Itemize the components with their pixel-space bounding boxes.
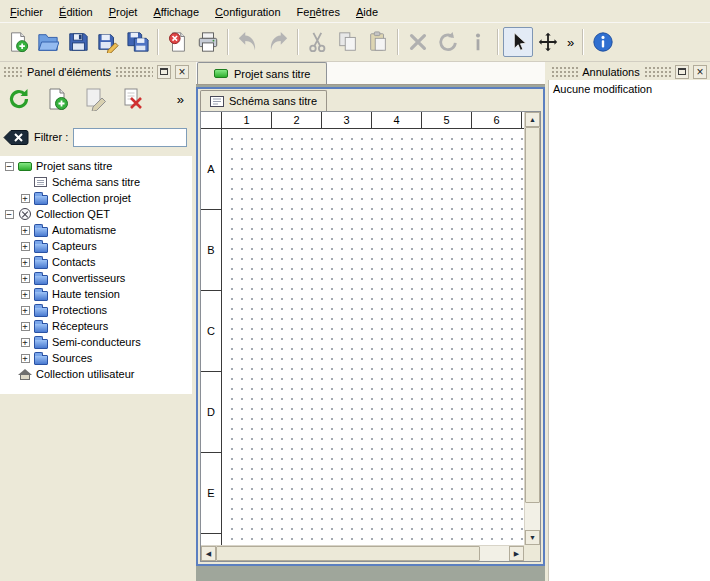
tab-projet-sans-titre[interactable]: Projet sans titre xyxy=(197,62,327,84)
menu-fenetres[interactable]: Fenêtres xyxy=(289,1,348,22)
close-panel-button[interactable] xyxy=(693,65,707,79)
dock-handle-dots[interactable] xyxy=(551,66,578,77)
tree-expander[interactable]: − xyxy=(2,162,16,171)
menu-projet[interactable]: Projet xyxy=(101,1,146,22)
tree-item[interactable]: −Projet sans titre xyxy=(0,158,192,174)
tree-expander[interactable]: + xyxy=(18,322,32,331)
tree-item[interactable]: Schéma sans titre xyxy=(0,174,192,190)
menu-configuration[interactable]: Configuration xyxy=(207,1,288,22)
filter-input[interactable] xyxy=(73,128,187,147)
dock-handle-dots[interactable] xyxy=(644,66,671,77)
tree-item-label: Semi-conducteurs xyxy=(52,336,141,348)
new-element-button[interactable] xyxy=(42,84,72,114)
dock-handle-dots[interactable] xyxy=(3,66,23,77)
pan-mode-button[interactable] xyxy=(533,27,563,57)
tree-expander[interactable]: + xyxy=(18,242,32,251)
folder-icon xyxy=(32,336,49,349)
column-header: 5 xyxy=(422,112,472,128)
save-button[interactable] xyxy=(63,27,93,57)
tree-item[interactable]: +Collection projet xyxy=(0,190,192,206)
project-subwindow: Schéma sans titre 123456 ABCDE xyxy=(196,87,545,566)
tree-item[interactable]: +Contacts xyxy=(0,254,192,270)
dock-handle-dots[interactable] xyxy=(115,66,153,77)
horizontal-scroll-thumb[interactable] xyxy=(216,546,480,561)
tree-item[interactable]: +Capteurs xyxy=(0,238,192,254)
scroll-right-button[interactable] xyxy=(509,546,524,561)
scroll-left-button[interactable] xyxy=(201,546,216,561)
save-as-button[interactable] xyxy=(93,27,123,57)
folder-icon xyxy=(32,304,49,317)
tree-item[interactable]: +Automatisme xyxy=(0,222,192,238)
grid-corner xyxy=(201,112,222,129)
open-project-button[interactable] xyxy=(33,27,63,57)
schema-view[interactable]: 123456 ABCDE xyxy=(200,111,541,562)
delete-element-button[interactable] xyxy=(118,84,148,114)
tree-item[interactable]: +Protections xyxy=(0,302,192,318)
tree-item[interactable]: −Collection QET xyxy=(0,206,192,222)
folder-icon xyxy=(32,192,49,205)
new-document-icon xyxy=(7,31,29,53)
schema-grid-canvas[interactable] xyxy=(223,130,524,545)
scroll-down-button[interactable] xyxy=(525,530,540,545)
column-header: 2 xyxy=(272,112,322,128)
tree-expander[interactable]: + xyxy=(18,194,32,203)
tree-expander[interactable]: − xyxy=(2,210,16,219)
cut-icon xyxy=(307,31,329,53)
tree-item[interactable]: +Sources xyxy=(0,350,192,366)
paste-button xyxy=(363,27,393,57)
about-button[interactable] xyxy=(588,27,618,57)
tree-item-label: Collection utilisateur xyxy=(36,368,134,380)
vertical-scrollbar[interactable] xyxy=(524,112,540,545)
horizontal-scrollbar[interactable] xyxy=(201,545,524,561)
select-arrow-icon xyxy=(507,31,529,53)
filter-label: Filtrer : xyxy=(34,131,68,143)
scroll-up-button[interactable] xyxy=(525,112,540,127)
close-panel-button[interactable] xyxy=(175,65,189,79)
tree-item[interactable]: +Récepteurs xyxy=(0,318,192,334)
clear-filter-button[interactable] xyxy=(3,129,29,146)
elements-panel-titlebar[interactable]: Panel d'éléments xyxy=(0,62,192,80)
undo-panel-titlebar[interactable]: Annulations xyxy=(548,62,710,80)
menu-aide[interactable]: Aide xyxy=(348,1,386,22)
undo-history-list[interactable]: Aucune modification xyxy=(548,80,710,581)
tree-expander[interactable]: + xyxy=(18,306,32,315)
tree-item-label: Automatisme xyxy=(52,224,116,236)
save-all-button[interactable] xyxy=(123,27,153,57)
tree-item[interactable]: +Haute tension xyxy=(0,286,192,302)
tree-expander[interactable]: + xyxy=(18,338,32,347)
vertical-scroll-thumb[interactable] xyxy=(525,127,540,503)
save-all-icon xyxy=(127,31,149,53)
row-header: C xyxy=(201,291,221,372)
tree-expander[interactable]: + xyxy=(18,354,32,363)
elements-panel-empty-area xyxy=(0,394,192,581)
cut-button xyxy=(303,27,333,57)
menu-edition[interactable]: Édition xyxy=(51,1,101,22)
panel-overflow-chevron[interactable]: » xyxy=(173,92,188,107)
toolbar-overflow-chevron[interactable]: » xyxy=(563,35,578,50)
element-tree[interactable]: −Projet sans titreSchéma sans titre+Coll… xyxy=(0,156,192,394)
select-mode-button[interactable] xyxy=(503,27,533,57)
menu-fichier[interactable]: Fichier xyxy=(2,1,51,22)
project-tabbar: Projet sans titre xyxy=(196,62,545,85)
menu-affichage[interactable]: Affichage xyxy=(145,1,207,22)
tree-expander[interactable]: + xyxy=(18,226,32,235)
home-icon xyxy=(16,369,33,380)
tree-expander[interactable]: + xyxy=(18,274,32,283)
tree-expander[interactable]: + xyxy=(18,290,32,299)
print-button[interactable] xyxy=(193,27,223,57)
tree-item[interactable]: +Convertisseurs xyxy=(0,270,192,286)
float-panel-button[interactable] xyxy=(157,65,171,79)
tree-item-label: Capteurs xyxy=(52,240,97,252)
save-as-icon xyxy=(97,31,119,53)
move-icon xyxy=(537,31,559,53)
close-file-button[interactable] xyxy=(163,27,193,57)
delete-element-icon xyxy=(121,87,145,111)
tree-expander[interactable]: + xyxy=(18,258,32,267)
float-panel-button[interactable] xyxy=(675,65,689,79)
tree-item[interactable]: +Semi-conducteurs xyxy=(0,334,192,350)
reload-collections-button[interactable] xyxy=(4,84,34,114)
tree-item[interactable]: Collection utilisateur xyxy=(0,366,192,382)
row-header: D xyxy=(201,372,221,453)
tab-schema-sans-titre[interactable]: Schéma sans titre xyxy=(200,90,327,111)
new-document-button[interactable] xyxy=(3,27,33,57)
